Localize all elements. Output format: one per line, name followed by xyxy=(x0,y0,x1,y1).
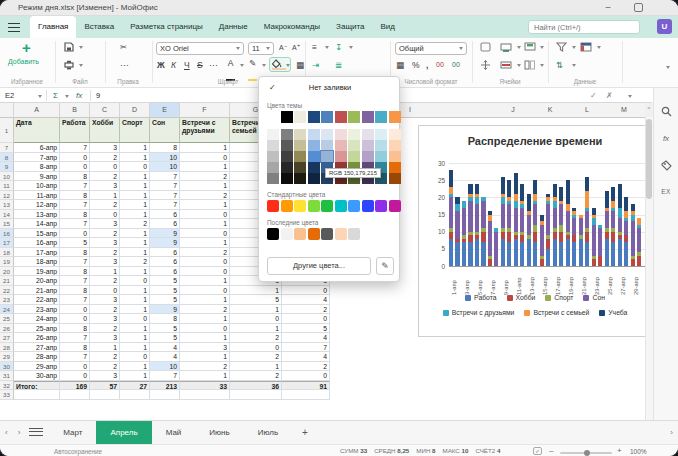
cell[interactable] xyxy=(230,390,282,400)
vertical-align-button[interactable]: ↧ xyxy=(335,41,342,54)
standard-color-swatch[interactable] xyxy=(362,200,374,212)
cell[interactable] xyxy=(60,390,90,400)
cell[interactable]: 3 xyxy=(90,219,120,229)
cell[interactable]: 4 xyxy=(150,352,180,362)
cell[interactable]: 0 xyxy=(60,153,90,163)
cell[interactable] xyxy=(150,390,180,400)
cell[interactable]: 7 xyxy=(60,200,90,210)
cell[interactable]: 1 xyxy=(90,267,120,277)
wrap-text-button[interactable]: ⇥ xyxy=(312,59,319,72)
cell[interactable]: 1 xyxy=(120,143,150,153)
cell[interactable]: 7 xyxy=(150,191,180,201)
cell[interactable]: 28-апр xyxy=(14,352,60,362)
cell[interactable]: 6 xyxy=(150,219,180,229)
zoom-in-button[interactable]: + xyxy=(617,446,622,455)
underline-button[interactable]: Ч xyxy=(184,59,190,72)
row-header-10[interactable]: 10 xyxy=(0,172,14,182)
cell[interactable]: 1 xyxy=(120,286,150,296)
confirm-icon[interactable]: ✓ xyxy=(590,91,597,100)
font-smaller-button[interactable]: А⁻ xyxy=(279,44,287,52)
column-header-F[interactable]: F xyxy=(180,103,230,118)
cell[interactable]: 1 xyxy=(120,362,150,372)
theme-color-swatch[interactable] xyxy=(348,111,360,123)
cell[interactable]: 0 xyxy=(120,352,150,362)
cell[interactable]: 0 xyxy=(180,229,230,239)
tint-swatch[interactable] xyxy=(267,129,279,140)
insert-column-icon[interactable] xyxy=(524,42,536,52)
row-header-9[interactable]: 9 xyxy=(0,162,14,172)
cell[interactable]: 0 xyxy=(180,257,230,267)
cell[interactable]: 1 xyxy=(180,352,230,362)
cell[interactable]: 1 xyxy=(120,153,150,163)
filter-icon[interactable] xyxy=(556,42,567,52)
row-header-16[interactable]: 16 xyxy=(0,229,14,239)
cell[interactable]: 10 xyxy=(150,362,180,372)
cell[interactable] xyxy=(90,390,120,400)
row-header-17[interactable]: 17 xyxy=(0,238,14,248)
cell[interactable]: 6 xyxy=(150,257,180,267)
cell[interactable]: 0 xyxy=(60,314,90,324)
cell[interactable]: 7-апр xyxy=(14,153,60,163)
tint-swatch[interactable] xyxy=(308,151,320,162)
cell[interactable]: 8 xyxy=(60,210,90,220)
tint-swatch[interactable] xyxy=(267,162,279,173)
sheet-list-icon[interactable] xyxy=(29,428,43,436)
zoom-slider-thumb[interactable] xyxy=(584,450,590,456)
cell[interactable]: 1 xyxy=(230,305,282,315)
cell[interactable]: 0 xyxy=(60,362,90,372)
cell[interactable]: 18-апр xyxy=(14,257,60,267)
cell[interactable]: 3 xyxy=(90,314,120,324)
row-header-30[interactable]: 30 xyxy=(0,362,14,372)
theme-color-swatch[interactable] xyxy=(294,111,306,123)
cell[interactable]: 7 xyxy=(60,181,90,191)
sheet-tab-1[interactable]: Апрель xyxy=(96,421,151,444)
cell[interactable]: 12-апр xyxy=(14,200,60,210)
cell[interactable]: 33 xyxy=(180,381,230,391)
row-header-27[interactable]: 27 xyxy=(0,333,14,343)
selected-tint-swatch[interactable] xyxy=(321,151,333,162)
cut-icon[interactable]: ✂ xyxy=(120,41,127,54)
header-cell[interactable]: Встречи с друзьями xyxy=(180,118,230,143)
search-input[interactable] xyxy=(528,20,640,34)
cell[interactable]: 22-апр xyxy=(14,295,60,305)
cell[interactable]: 0 xyxy=(180,153,230,163)
cell[interactable]: 3 xyxy=(180,343,230,353)
cell[interactable]: 9 xyxy=(150,229,180,239)
cell[interactable]: 6-апр xyxy=(14,143,60,153)
cell[interactable]: 169 xyxy=(60,381,90,391)
cell[interactable]: 1 xyxy=(180,162,230,172)
theme-color-swatch[interactable] xyxy=(321,111,333,123)
cell[interactable]: 7 xyxy=(60,257,90,267)
cell[interactable]: 4 xyxy=(282,333,330,343)
cell[interactable]: 0 xyxy=(282,314,330,324)
standard-color-swatch[interactable] xyxy=(267,200,279,212)
borders-button[interactable]: ▦ xyxy=(296,59,304,72)
cell[interactable]: 8 xyxy=(150,143,180,153)
italic-button[interactable]: К xyxy=(171,59,176,72)
cell[interactable]: 7 xyxy=(150,371,180,381)
row-header-22[interactable]: 22 xyxy=(0,286,14,296)
recent-color-swatch[interactable] xyxy=(348,228,360,240)
row-header-14[interactable]: 14 xyxy=(0,210,14,220)
bold-button[interactable]: Ж xyxy=(157,59,165,72)
cell[interactable]: 2 xyxy=(180,191,230,201)
cell[interactable]: 7 xyxy=(60,219,90,229)
tint-swatch[interactable] xyxy=(362,151,374,162)
column-header-K[interactable]: K xyxy=(540,103,560,118)
recent-color-swatch[interactable] xyxy=(335,228,347,240)
cell[interactable]: 29-апр xyxy=(14,362,60,372)
menu-tab-1[interactable]: Вставка xyxy=(76,16,122,38)
row-header-12[interactable]: 12 xyxy=(0,191,14,201)
cell[interactable]: 0 xyxy=(60,305,90,315)
standard-color-swatch[interactable] xyxy=(375,200,387,212)
header-cell[interactable]: Хобби xyxy=(90,118,120,143)
cell[interactable]: 5 xyxy=(60,238,90,248)
cell[interactable]: 6 xyxy=(150,267,180,277)
cell[interactable]: 2 xyxy=(90,352,120,362)
column-header-M[interactable]: M xyxy=(614,103,634,118)
menu-tab-2[interactable]: Разметка страницы xyxy=(122,16,211,38)
cell[interactable]: 3 xyxy=(90,295,120,305)
cell[interactable]: 1 xyxy=(180,181,230,191)
tint-swatch[interactable] xyxy=(281,173,293,184)
cell[interactable]: 2 xyxy=(282,305,330,315)
